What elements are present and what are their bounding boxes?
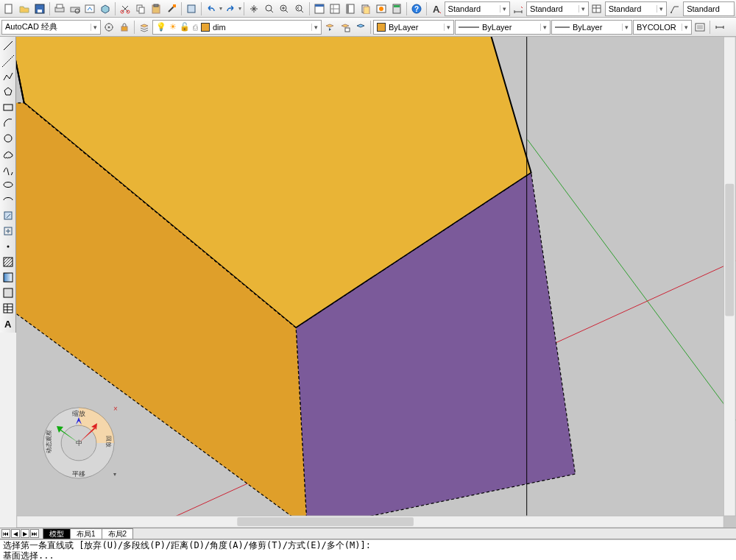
table-tool[interactable] <box>1 301 15 316</box>
dim-style-icon[interactable] <box>511 1 526 16</box>
toolbar-separator <box>710 21 710 34</box>
dimension-linear-button[interactable] <box>712 20 727 35</box>
lineweight-combo[interactable]: ByLayer ▾ <box>551 20 632 35</box>
open-file-button[interactable] <box>17 1 32 16</box>
svg-rect-23 <box>347 4 349 13</box>
tab-layout2[interactable]: 布局2 <box>102 528 134 539</box>
redo-button[interactable] <box>223 1 238 16</box>
insert-block-tool[interactable] <box>1 208 15 223</box>
design-center-button[interactable] <box>328 1 342 16</box>
footer: ⏮ ◀ ▶ ⏭ 模型 布局1 布局2 选择第一条直线或 [放弃(U)/多段线(P… <box>0 528 736 560</box>
point-tool[interactable] <box>1 239 15 254</box>
layer-manager-button[interactable] <box>137 20 152 35</box>
layer-states-button[interactable] <box>338 20 353 35</box>
toolbar-separator <box>115 2 116 15</box>
text-style-4-combo[interactable]: Standard <box>683 1 735 16</box>
circle-tool[interactable] <box>1 131 15 146</box>
plotstyle-combo[interactable]: BYCOLOR ▾ <box>633 20 692 35</box>
layer-name: dim <box>213 23 226 32</box>
drawing-canvas[interactable] <box>16 37 736 528</box>
region-tool[interactable] <box>1 286 15 300</box>
color-combo[interactable]: ByLayer ▾ <box>373 20 454 35</box>
command-line-area[interactable]: 选择第一条直线或 [放弃(U)/多段线(P)/距离(D)/角度(A)/修剪(T)… <box>0 539 736 560</box>
polygon-tool[interactable] <box>1 85 15 99</box>
tab-model[interactable]: 模型 <box>43 528 71 539</box>
tool-palettes-button[interactable] <box>343 1 358 16</box>
workspace-lock-button[interactable] <box>117 20 132 35</box>
rectangle-tool[interactable] <box>1 100 15 115</box>
undo-button[interactable] <box>204 1 219 16</box>
svg-text:A: A <box>4 319 12 330</box>
zoom-previous-button[interactable] <box>292 1 307 16</box>
paste-button[interactable] <box>149 1 163 16</box>
match-properties-button[interactable] <box>164 1 179 16</box>
revision-cloud-tool[interactable] <box>1 146 15 161</box>
text-style-2-value: Standard <box>530 4 563 13</box>
text-style-icon[interactable]: A <box>429 1 444 16</box>
layer-color-swatch <box>201 23 210 32</box>
help-button[interactable]: ? <box>409 1 424 16</box>
tab-nav-next[interactable]: ▶ <box>21 529 29 538</box>
plot-icon: ⎙ <box>193 23 198 32</box>
calculator-button[interactable] <box>389 1 404 16</box>
cut-button[interactable] <box>118 1 132 16</box>
zoom-realtime-button[interactable] <box>262 1 277 16</box>
list-button[interactable] <box>693 20 707 35</box>
svg-rect-0 <box>5 4 12 13</box>
workspace-combo[interactable]: AutoCAD 经典 ▾ <box>1 20 101 35</box>
save-button[interactable] <box>32 1 47 16</box>
workspace-settings-button[interactable] <box>102 20 116 35</box>
svg-point-18 <box>296 5 302 11</box>
svg-rect-4 <box>57 4 63 8</box>
svg-rect-15 <box>188 5 195 13</box>
block-editor-button[interactable] <box>184 1 199 16</box>
ellipse-tool[interactable] <box>1 177 15 192</box>
polyline-tool[interactable] <box>1 69 15 84</box>
linetype-combo[interactable]: ByLayer ▾ <box>455 20 551 35</box>
tab-nav-last[interactable]: ⏭ <box>30 529 39 538</box>
text-style-1-combo[interactable]: Standard▾ <box>445 1 511 16</box>
plotstyle-value: BYCOLOR <box>637 23 676 32</box>
svg-rect-25 <box>364 7 369 14</box>
plot-button[interactable] <box>52 1 67 16</box>
layer-isolate-button[interactable] <box>353 20 368 35</box>
tab-nav-first[interactable]: ⏮ <box>1 529 10 538</box>
properties-button[interactable] <box>312 1 327 16</box>
spline-tool[interactable] <box>1 162 15 177</box>
pan-button[interactable] <box>247 1 261 16</box>
horizontal-scrollbar-thumb[interactable] <box>237 517 414 526</box>
text-style-3-combo[interactable]: Standard▾ <box>605 1 668 16</box>
text-style-2-combo[interactable]: Standard▾ <box>526 1 589 16</box>
plot-preview-button[interactable] <box>68 1 82 16</box>
markup-button[interactable] <box>374 1 389 16</box>
viewport[interactable]: 缩放 平移 动态观察 回放 中 × ▾ <box>16 37 736 528</box>
tab-nav-prev[interactable]: ◀ <box>11 529 20 538</box>
arc-tool[interactable] <box>1 116 15 130</box>
layer-combo[interactable]: 💡 ☀ 🔓 ⎙ dim ▾ <box>152 20 322 35</box>
sheet-set-button[interactable] <box>358 1 373 16</box>
line-tool[interactable] <box>1 38 15 53</box>
make-block-tool[interactable] <box>1 224 15 238</box>
ellipse-arc-tool[interactable] <box>1 193 15 208</box>
publish-button[interactable] <box>83 1 98 16</box>
vertical-scrollbar-thumb[interactable] <box>725 184 734 316</box>
construction-line-tool[interactable] <box>1 54 15 68</box>
svg-rect-11 <box>139 7 144 13</box>
gradient-tool[interactable] <box>1 270 15 285</box>
toolbar-separator <box>370 21 371 34</box>
main-toolbar-row-2: AutoCAD 经典 ▾ 💡 ☀ 🔓 ⎙ dim ▾ ByLayer ▾ ByL… <box>0 18 736 37</box>
text-style-4-value: Standard <box>687 4 720 13</box>
mtext-tool[interactable]: A <box>1 316 15 331</box>
multileader-style-icon[interactable] <box>668 1 682 16</box>
tab-layout1[interactable]: 布局1 <box>70 528 102 539</box>
layer-previous-button[interactable] <box>322 20 337 35</box>
table-style-icon[interactable] <box>590 1 604 16</box>
copy-button[interactable] <box>133 1 148 16</box>
zoom-window-button[interactable] <box>277 1 292 16</box>
layout-tabs-bar: ⏮ ◀ ▶ ⏭ 模型 布局1 布局2 <box>0 528 736 539</box>
hatch-tool[interactable] <box>1 255 15 269</box>
3d-button[interactable] <box>98 1 113 16</box>
svg-point-27 <box>379 7 383 11</box>
new-file-button[interactable] <box>1 1 16 16</box>
tab-model-label: 模型 <box>49 530 64 538</box>
